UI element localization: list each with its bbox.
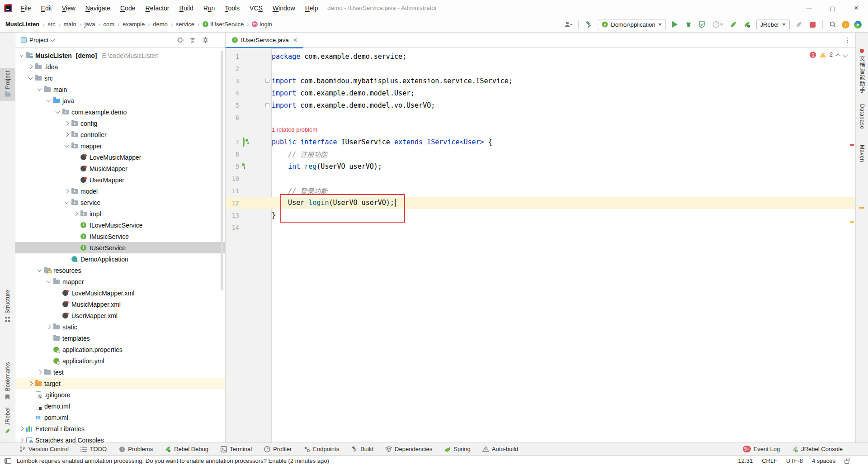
menu-help[interactable]: Help <box>301 3 322 14</box>
chevron-down-icon[interactable] <box>47 98 51 102</box>
menu-refactor[interactable]: Refactor <box>142 3 174 14</box>
chevron-down-icon[interactable] <box>38 267 42 272</box>
menu-vcs[interactable]: VCS <box>245 3 267 14</box>
status-message[interactable]: Lombok requires enabled annotation proce… <box>17 457 329 464</box>
user-account-icon[interactable] <box>564 20 573 29</box>
tree-item-controller[interactable]: controller <box>15 129 225 140</box>
run-button[interactable] <box>670 20 679 29</box>
stop-button[interactable] <box>808 20 817 29</box>
encoding-indicator[interactable]: UTF-8 <box>786 457 803 464</box>
tree-item-lovemusicmapper-xml[interactable]: LoveMusicMapper.xml <box>15 287 225 299</box>
close-icon[interactable]: × <box>844 0 868 16</box>
gutter-impl-icon[interactable] <box>246 138 250 146</box>
chevron-down-icon[interactable] <box>19 52 24 57</box>
tree-item-gitignore[interactable]: .gitignore <box>15 389 225 400</box>
line-number[interactable]: 1 <box>226 53 239 60</box>
chevron-right-icon[interactable] <box>19 438 24 442</box>
breadcrumb-demo[interactable]: demo <box>153 21 168 28</box>
tree-item-idea[interactable]: .idea <box>15 61 225 72</box>
tool-window-button-spring[interactable]: Spring <box>444 446 471 452</box>
left-stripe-tab-project[interactable]: Project <box>0 68 15 101</box>
code-line-6[interactable]: 6 <box>226 111 855 124</box>
jrebel-select[interactable]: JRebel <box>756 19 790 30</box>
tree-item-usermapper-xml[interactable]: UserMapper.xml <box>15 310 225 321</box>
menu-code[interactable]: Code <box>116 3 139 14</box>
related-problem-inlay[interactable]: 1 related problem <box>226 124 855 136</box>
menu-file[interactable]: File <box>17 3 35 14</box>
gutter-spring-icon[interactable] <box>243 138 245 146</box>
profiler-icon[interactable] <box>711 20 725 29</box>
left-stripe-tab-structure[interactable]: Structure <box>0 287 15 325</box>
line-ending-indicator[interactable]: CRLF <box>762 457 777 464</box>
line-number[interactable]: 6 <box>226 114 239 121</box>
code-line-1[interactable]: 1package com.example.demo.service; <box>226 50 855 62</box>
line-number[interactable]: 7 <box>226 138 239 146</box>
tool-window-button-todo[interactable]: TODO <box>80 446 107 452</box>
code-area[interactable]: 1package com.example.demo.service;23impo… <box>226 48 855 442</box>
run-with-coverage-icon[interactable] <box>698 20 707 29</box>
line-number[interactable]: 4 <box>226 90 239 97</box>
tree-item-test[interactable]: test <box>15 366 225 378</box>
tree-item-src[interactable]: src <box>15 72 225 84</box>
tree-item-config[interactable]: config <box>15 118 225 129</box>
tree-item-musiclisten[interactable]: MusicListen [demo]E:\code\MusicListen <box>15 50 225 61</box>
tree-item-musicmapper-xml[interactable]: MusicMapper.xml <box>15 299 225 310</box>
code-line-2[interactable]: 2 <box>226 62 855 75</box>
caret-stripe-mark[interactable] <box>850 221 854 223</box>
search-everywhere-icon[interactable] <box>828 20 837 29</box>
line-number[interactable]: 8 <box>226 151 239 158</box>
chevron-right-icon[interactable] <box>28 381 33 386</box>
inspections-widget[interactable]: 1 2 <box>810 52 847 58</box>
chevron-down-icon[interactable] <box>65 200 69 204</box>
breadcrumb-src[interactable]: src <box>47 21 55 28</box>
hide-panel-icon[interactable]: — <box>214 37 222 44</box>
code-line-10[interactable]: 10 <box>226 172 855 185</box>
tool-window-toggle-icon[interactable] <box>5 458 11 464</box>
next-problem-icon[interactable] <box>843 52 848 57</box>
gear-icon[interactable] <box>202 37 209 44</box>
right-stripe-tab-maven[interactable]: Maven <box>856 142 868 165</box>
breadcrumb-iuserservice[interactable]: IUserService <box>203 21 244 28</box>
run-configuration-select[interactable]: DemoApplication <box>598 19 665 30</box>
menu-navigate[interactable]: Navigate <box>81 3 114 14</box>
tool-window-button-auto-build[interactable]: Auto-build <box>482 446 519 452</box>
close-tab-icon[interactable]: ✕ <box>293 37 298 43</box>
editor-tab-iuserservice[interactable]: IUserService.java ✕ <box>226 33 303 48</box>
line-number[interactable]: 9 <box>226 163 239 170</box>
left-stripe-tab-jrebel[interactable]: JRebel <box>0 404 15 437</box>
collapse-all-icon[interactable] <box>189 37 196 44</box>
tree-item-impl[interactable]: impl <box>15 208 225 219</box>
tool-window-button-dependencies[interactable]: Dependencies <box>385 446 432 452</box>
tree-item-java[interactable]: java <box>15 95 225 106</box>
code-line-5[interactable]: 5import com.example.demo.model.vo.UserVO… <box>226 99 855 111</box>
tree-item-demoapplication[interactable]: DemoApplication <box>15 253 225 265</box>
right-stripe-tab-[interactable]: 文档智能助手 <box>856 46 868 96</box>
debug-button[interactable] <box>684 20 693 29</box>
tree-item-imusicservice[interactable]: IMusicService <box>15 231 225 242</box>
menu-tools[interactable]: Tools <box>221 3 244 14</box>
tool-window-button-build[interactable]: Build <box>351 446 373 452</box>
left-stripe-tab-bookmarks[interactable]: Bookmarks <box>0 359 15 403</box>
maximize-icon[interactable]: ▢ <box>821 0 844 16</box>
breadcrumb-com[interactable]: com <box>104 21 115 28</box>
minimize-icon[interactable]: — <box>797 0 821 16</box>
tree-item-application-yml[interactable]: application.yml <box>15 355 225 366</box>
tree-item-resources[interactable]: resources <box>15 265 225 276</box>
tree-item-static[interactable]: static <box>15 321 225 333</box>
line-number[interactable]: 14 <box>226 224 239 231</box>
tool-window-button-endpoints[interactable]: Endpoints <box>303 446 339 452</box>
tree-item-templates[interactable]: templates <box>15 333 225 344</box>
tool-window-button-jrebel-console[interactable]: iJRebel Console <box>792 446 843 452</box>
project-tree-scrollbar[interactable] <box>221 51 223 290</box>
tool-window-button-problems[interactable]: Problems <box>118 446 153 452</box>
build-hammer-icon[interactable] <box>584 20 593 29</box>
update-available-icon[interactable]: ↑ <box>842 21 849 29</box>
chevron-right-icon[interactable] <box>19 427 24 431</box>
line-number[interactable]: 5 <box>226 102 239 109</box>
tree-item-application-properties[interactable]: application.properties <box>15 344 225 355</box>
tree-item-main[interactable]: main <box>15 84 225 95</box>
error-stripe-mark[interactable] <box>850 144 854 146</box>
tree-item-scratches-and-consoles[interactable]: Scratches and Consoles <box>15 434 225 442</box>
tree-item-lovemusicmapper[interactable]: LoveMusicMapper <box>15 152 225 163</box>
breadcrumb-login[interactable]: login <box>252 21 272 28</box>
